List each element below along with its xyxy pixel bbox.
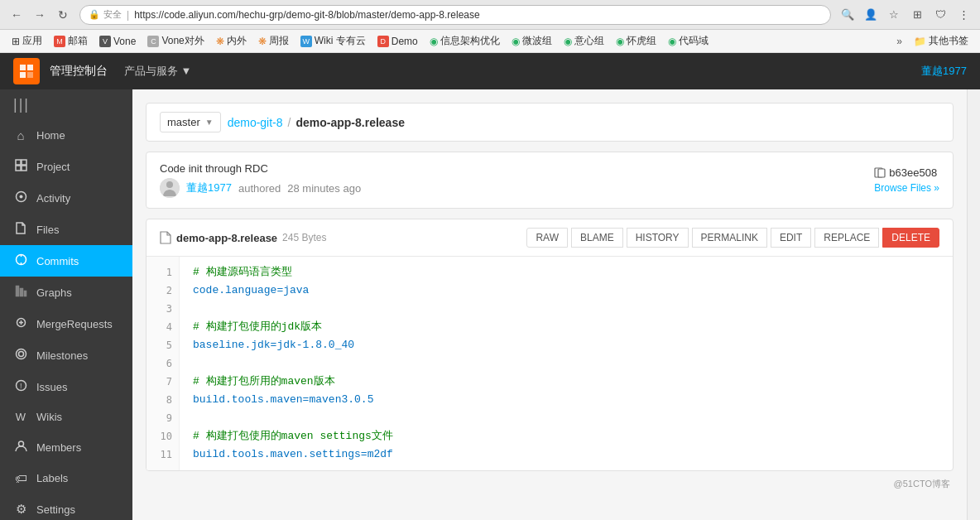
bookmark-button[interactable]: ☆ bbox=[884, 5, 904, 25]
bookmark-vone[interactable]: V Vone bbox=[94, 34, 141, 49]
issues-icon: ! bbox=[13, 379, 28, 394]
sidebar-settings-label: Settings bbox=[36, 503, 75, 516]
shield-button[interactable]: 🛡 bbox=[930, 5, 950, 25]
sidebar-item-settings[interactable]: ⚙ Settings bbox=[0, 494, 132, 520]
code-line-2: code.language=java bbox=[193, 282, 939, 300]
sidebar-item-members[interactable]: Members bbox=[0, 431, 132, 463]
edit-button[interactable]: EDIT bbox=[771, 228, 811, 248]
bookmark-demo[interactable]: D Demo bbox=[372, 34, 423, 49]
search-browser-button[interactable]: 🔍 bbox=[838, 5, 858, 25]
sidebar: ||| ⌂ Home Project bbox=[0, 89, 132, 520]
branch-selector[interactable]: master ▼ bbox=[160, 112, 221, 132]
menu-button[interactable]: ⋮ bbox=[954, 5, 973, 25]
line-num-3: 3 bbox=[147, 300, 179, 318]
line-num-8: 8 bbox=[147, 391, 179, 409]
graphs-icon bbox=[13, 285, 28, 300]
commit-hash: b63ee508 bbox=[874, 166, 939, 179]
address-bar[interactable]: 🔒 安全 | https://code.aliyun.com/hechu-grp… bbox=[79, 5, 831, 25]
history-button[interactable]: HISTORY bbox=[627, 228, 689, 248]
bookmark-infoarch[interactable]: ◉ 信息架构优化 bbox=[425, 32, 505, 50]
sidebar-item-commits[interactable]: Commits bbox=[0, 245, 132, 277]
wiki-label: Wiki 专有云 bbox=[315, 34, 366, 48]
infoarch-icon: ◉ bbox=[430, 36, 438, 47]
extensions-button[interactable]: ⊞ bbox=[907, 5, 927, 25]
bookmark-folder[interactable]: 📁 其他书签 bbox=[909, 32, 973, 50]
inout-icon: ❋ bbox=[216, 36, 224, 47]
bookmark-apps[interactable]: ⊞ 应用 bbox=[7, 32, 47, 50]
activity-icon bbox=[13, 190, 28, 205]
sidebar-files-label: Files bbox=[36, 224, 59, 236]
avatar bbox=[160, 178, 180, 198]
sidebar-collapse-icon[interactable]: ||| bbox=[0, 89, 132, 120]
lock-icon: 🔒 bbox=[89, 9, 100, 20]
codomain-icon: ◉ bbox=[668, 36, 676, 47]
microwave-label: 微波组 bbox=[522, 34, 552, 48]
permalink-button[interactable]: PERMALINK bbox=[692, 228, 767, 248]
bookmark-codomain[interactable]: ◉ 代码域 bbox=[663, 32, 713, 50]
folder-icon: 📁 bbox=[914, 36, 926, 47]
bookmark-vone-ext[interactable]: C Vone对外 bbox=[142, 32, 209, 50]
refresh-button[interactable]: ↻ bbox=[53, 5, 73, 25]
hash-value: b63ee508 bbox=[889, 166, 937, 179]
bookmark-microwave[interactable]: ◉ 微波组 bbox=[507, 32, 557, 50]
right-scrollbar[interactable] bbox=[967, 89, 980, 520]
line-num-7: 7 bbox=[147, 373, 179, 391]
sidebar-item-mergerequests[interactable]: MergeRequests bbox=[0, 308, 132, 339]
files-icon bbox=[13, 222, 28, 237]
sidebar-issues-label: Issues bbox=[36, 381, 68, 393]
back-button[interactable]: ← bbox=[7, 5, 26, 25]
browse-files-link[interactable]: Browse Files » bbox=[874, 182, 939, 194]
bookmark-tiger[interactable]: ◉ 怀虎组 bbox=[611, 32, 661, 50]
line-num-9: 9 bbox=[147, 409, 179, 427]
sidebar-milestones-label: Milestones bbox=[36, 349, 88, 362]
code-line-6 bbox=[193, 354, 939, 373]
security-label: 安全 bbox=[103, 8, 122, 21]
raw-button[interactable]: RAW bbox=[526, 228, 568, 248]
delete-button[interactable]: DELETE bbox=[882, 228, 939, 248]
code-content: # 构建源码语言类型 code.language=java # 构建打包使用的j… bbox=[180, 257, 953, 470]
line-num-2: 2 bbox=[147, 282, 179, 300]
profile-button[interactable]: 👤 bbox=[861, 5, 881, 25]
line-num-1: 1 bbox=[147, 263, 179, 282]
repo-link[interactable]: demo-git-8 bbox=[228, 116, 283, 129]
sidebar-item-milestones[interactable]: Milestones bbox=[0, 339, 132, 371]
bookmark-mail[interactable]: M 邮箱 bbox=[49, 32, 93, 50]
services-menu[interactable]: 产品与服务 ▼ bbox=[124, 64, 191, 79]
sidebar-item-wikis[interactable]: W Wikis bbox=[0, 402, 132, 431]
sidebar-item-issues[interactable]: ! Issues bbox=[0, 371, 132, 402]
bookmarks-bar: ⊞ 应用 M 邮箱 V Vone C Vone对外 ❋ 内外 ❋ 周报 W Wi… bbox=[0, 30, 980, 53]
sidebar-item-files[interactable]: Files bbox=[0, 214, 132, 245]
breadcrumb: demo-git-8 / demo-app-8.release bbox=[228, 116, 405, 129]
mail-icon: M bbox=[54, 36, 65, 47]
wiki-icon: W bbox=[300, 36, 312, 47]
dropdown-arrow-icon: ▼ bbox=[205, 118, 214, 127]
commits-icon bbox=[13, 253, 28, 268]
file-nav: master ▼ demo-git-8 / demo-app-8.release bbox=[146, 103, 954, 142]
file-viewer: demo-app-8.release 245 Bytes RAW BLAME H… bbox=[146, 219, 954, 471]
folder-label: 其他书签 bbox=[929, 34, 968, 48]
replace-button[interactable]: REPLACE bbox=[814, 228, 879, 248]
bookmark-yixin[interactable]: ◉ 意心组 bbox=[559, 32, 609, 50]
members-icon bbox=[13, 440, 28, 455]
svg-point-23 bbox=[166, 181, 173, 188]
branch-name: master bbox=[167, 116, 200, 128]
yixin-label: 意心组 bbox=[574, 34, 604, 48]
sidebar-item-graphs[interactable]: Graphs bbox=[0, 277, 132, 308]
browser-chrome: ← → ↻ 🔒 安全 | https://code.aliyun.com/hec… bbox=[0, 0, 980, 30]
sidebar-item-project[interactable]: Project bbox=[0, 151, 132, 182]
sidebar-item-home[interactable]: ⌂ Home bbox=[0, 120, 132, 151]
bookmark-wiki[interactable]: W Wiki 专有云 bbox=[295, 32, 371, 50]
commit-author: 董越1977 bbox=[186, 181, 232, 195]
forward-button[interactable]: → bbox=[30, 5, 50, 25]
bookmark-weekly[interactable]: ❋ 周报 bbox=[253, 32, 294, 50]
svg-rect-6 bbox=[16, 166, 21, 171]
sidebar-item-labels[interactable]: 🏷 Labels bbox=[0, 463, 132, 494]
file-size: 245 Bytes bbox=[282, 232, 326, 243]
bookmark-inout[interactable]: ❋ 内外 bbox=[211, 32, 252, 50]
sidebar-item-activity[interactable]: Activity bbox=[0, 182, 132, 214]
user-profile-label[interactable]: 董越1977 bbox=[921, 64, 967, 79]
more-bookmarks-button[interactable]: » bbox=[891, 34, 907, 49]
blame-button[interactable]: BLAME bbox=[571, 228, 623, 248]
commit-authored: authored bbox=[238, 182, 281, 195]
commit-info: Code init through RDC 董越1977 authored 28… bbox=[146, 152, 954, 209]
